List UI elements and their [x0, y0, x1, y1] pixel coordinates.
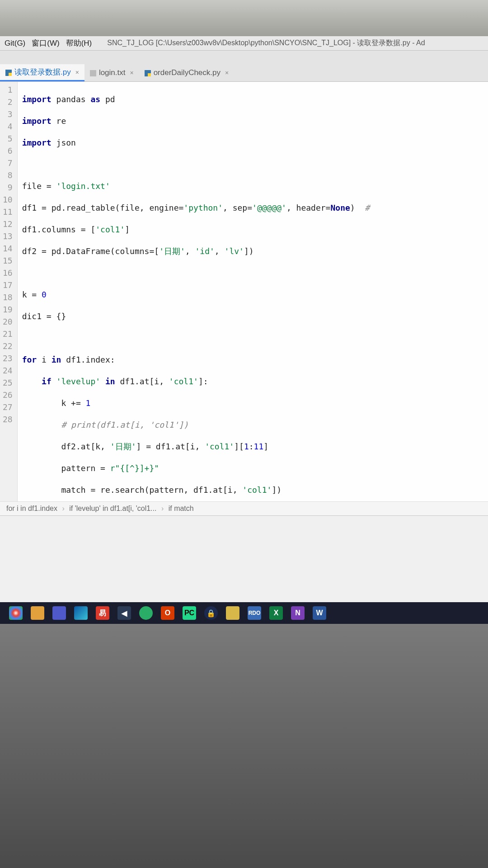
tab-orderdaily[interactable]: orderDailyCheck.py ×	[139, 64, 235, 81]
line-number: 15	[3, 255, 13, 267]
chevron-right-icon: ›	[62, 505, 64, 512]
line-number: 13	[3, 230, 13, 242]
chrome-icon[interactable]	[9, 606, 23, 620]
breadcrumb-item[interactable]: if match	[169, 505, 194, 512]
window-title: SNC_TJ_LOG [C:\Users\z003wv8v\Desktop\py…	[107, 38, 483, 48]
lock-icon[interactable]: 🔒	[204, 606, 218, 620]
svg-rect-1	[9, 73, 12, 76]
notes-icon[interactable]	[226, 606, 239, 620]
close-icon[interactable]: ×	[130, 69, 133, 76]
tab-login[interactable]: login.txt ×	[84, 64, 139, 81]
line-gutter: 1234567891011121314151617181920212223242…	[0, 82, 18, 501]
rdo-icon[interactable]: RDO	[248, 606, 261, 620]
photo-ceiling	[0, 0, 488, 36]
tab-label: login.txt	[99, 68, 126, 77]
teams-icon[interactable]	[52, 606, 66, 620]
code-area[interactable]: import pandas as pd import re import jso…	[18, 82, 488, 501]
close-icon[interactable]: ×	[225, 69, 229, 76]
app-icon[interactable]: 易	[96, 606, 109, 620]
svg-rect-2	[90, 70, 96, 76]
breadcrumb-item[interactable]: if 'levelup' in df1.at[i, 'col1...	[69, 505, 156, 512]
line-number: 16	[3, 267, 13, 279]
line-number: 10	[3, 193, 13, 206]
line-number: 6	[3, 145, 13, 157]
input-icon[interactable]: ◀	[117, 606, 131, 620]
text-file-icon	[90, 70, 96, 76]
onenote-icon[interactable]: N	[291, 606, 305, 620]
python-file-icon	[145, 70, 151, 76]
menu-git[interactable]: Git(G)	[5, 39, 25, 48]
line-number: 25	[3, 377, 13, 389]
line-number: 28	[3, 413, 13, 425]
windows-taskbar[interactable]: 易 ◀ O PC 🔒 RDO X N W	[0, 602, 488, 624]
menubar: Git(G) 窗口(W) 帮助(H) SNC_TJ_LOG [C:\Users\…	[0, 36, 488, 51]
line-number: 2	[3, 96, 13, 108]
line-number: 20	[3, 316, 13, 328]
close-icon[interactable]: ×	[75, 69, 79, 76]
office-icon[interactable]: O	[161, 606, 174, 620]
line-number: 27	[3, 401, 13, 413]
ide-window: Git(G) 窗口(W) 帮助(H) SNC_TJ_LOG [C:\Users\…	[0, 36, 488, 606]
python-file-icon	[5, 69, 12, 75]
line-number: 19	[3, 303, 13, 316]
line-number: 21	[3, 328, 13, 340]
edge-icon[interactable]	[74, 606, 88, 620]
line-number: 17	[3, 279, 13, 291]
line-number: 9	[3, 181, 13, 193]
word-icon[interactable]: W	[313, 606, 326, 620]
line-number: 1	[3, 84, 13, 96]
menu-window[interactable]: 窗口(W)	[32, 38, 59, 48]
chevron-right-icon: ›	[161, 505, 164, 512]
line-number: 8	[3, 169, 13, 181]
line-number: 4	[3, 120, 13, 132]
breadcrumb-item[interactable]: for i in df1.index	[6, 505, 57, 512]
line-number: 14	[3, 242, 13, 255]
photo-monitor-stand	[0, 624, 488, 868]
svg-rect-4	[148, 73, 151, 76]
line-number: 3	[3, 108, 13, 120]
wechat-icon[interactable]	[139, 606, 153, 620]
line-number: 26	[3, 389, 13, 401]
line-number: 7	[3, 157, 13, 169]
tab-label: orderDailyCheck.py	[154, 68, 221, 77]
file-explorer-icon[interactable]	[31, 606, 44, 620]
pycharm-icon[interactable]: PC	[183, 606, 196, 620]
editor[interactable]: 1234567891011121314151617181920212223242…	[0, 82, 488, 501]
line-number: 5	[3, 132, 13, 145]
line-number: 22	[3, 340, 13, 352]
line-number: 18	[3, 291, 13, 303]
tab-label: 读取登录数据.py	[14, 67, 71, 77]
line-number: 12	[3, 218, 13, 230]
breadcrumb[interactable]: for i in df1.index › if 'levelup' in df1…	[0, 501, 488, 515]
line-number: 23	[3, 352, 13, 364]
tool-window[interactable]	[0, 515, 488, 606]
menu-help[interactable]: 帮助(H)	[66, 38, 92, 48]
excel-icon[interactable]: X	[269, 606, 283, 620]
line-number: 11	[3, 206, 13, 218]
tab-active[interactable]: 读取登录数据.py ×	[0, 64, 84, 81]
line-number: 24	[3, 364, 13, 377]
editor-tabs: 读取登录数据.py × login.txt × orderDailyCheck.…	[0, 51, 488, 82]
